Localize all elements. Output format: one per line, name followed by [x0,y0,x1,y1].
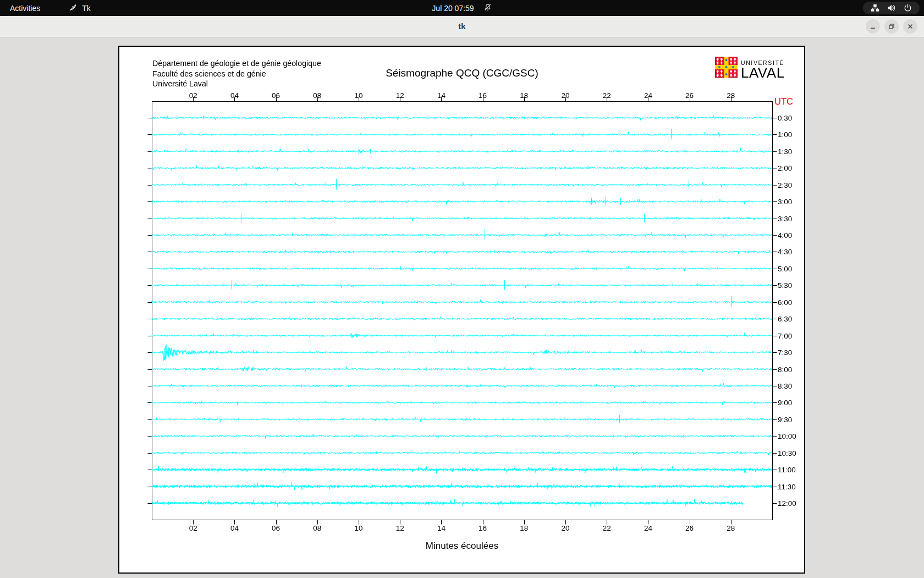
header-line-3: Université Laval [152,79,321,89]
x-tick-top: 28 [727,91,735,100]
x-tick-top: 18 [520,91,528,100]
bell-slash-icon [484,3,492,13]
close-button[interactable] [903,19,917,34]
utc-time-label: 4:00 [778,231,792,239]
utc-time-label: 10:30 [778,449,796,457]
x-tick-bottom: 28 [727,524,735,532]
x-tick-bottom: 16 [479,524,487,532]
chart-title: Séismographe QCQ (CGC/GSC) [152,67,772,79]
x-tick-top: 12 [396,91,404,100]
x-tick-top: 08 [313,91,321,100]
x-tick-top: 10 [354,91,362,100]
x-tick-bottom: 02 [189,524,197,532]
utc-time-label: 0:30 [778,114,792,122]
x-tick-top: 04 [230,91,239,100]
utc-time-label: 5:00 [778,264,792,272]
window-title: tk [0,16,924,37]
utc-time-label: 12:00 [778,499,796,508]
tk-feather-icon [69,3,77,13]
x-tick-bottom: 24 [644,524,652,532]
x-tick-bottom: 08 [313,524,321,532]
x-tick-bottom: 14 [437,524,446,532]
activities-button[interactable]: Activities [0,0,47,16]
logo-laval-text: LAVAL [741,66,785,79]
utc-time-label: 2:30 [778,181,792,189]
utc-time-label: 8:30 [778,381,792,390]
utc-time-label: 9:30 [778,415,792,423]
minimize-button[interactable] [866,19,880,34]
x-tick-bottom: 10 [354,524,362,532]
volume-icon [887,4,896,12]
utc-time-label: 4:30 [778,248,792,256]
app-menu-tk[interactable]: Tk [62,0,97,16]
utc-time-label: 7:00 [778,331,792,340]
x-tick-top: 26 [685,91,694,100]
utc-time-label: 7:30 [778,348,792,357]
window-titlebar: tk [0,16,924,37]
utc-time-label: 6:00 [778,298,792,306]
x-tick-top: 14 [437,91,446,100]
x-tick-bottom: 22 [603,524,611,532]
x-tick-top: 06 [272,91,280,100]
utc-time-label: 5:30 [778,281,792,290]
x-tick-top: 24 [644,91,652,100]
laval-shield-icon [715,57,738,80]
utc-time-label: 2:00 [778,164,792,172]
utc-label: UTC [774,96,793,107]
activities-label: Activities [10,4,40,13]
gnome-top-bar: Activities Tk Jul 20 07:59 [0,0,924,16]
x-tick-bottom: 06 [272,524,280,532]
seismograph-paper: Département de géologie et de génie géol… [118,46,805,574]
app-menu-label: Tk [82,4,91,13]
utc-time-label: 8:00 [778,365,792,373]
power-icon [904,4,912,12]
x-tick-bottom: 26 [685,524,694,532]
utc-time-label: 1:30 [778,147,792,155]
x-tick-top: 16 [479,91,487,100]
x-tick-top: 02 [189,91,197,100]
utc-time-label: 11:00 [778,466,796,474]
x-axis-title: Minutes écoulées [152,541,772,552]
x-tick-bottom: 04 [230,524,239,532]
utc-time-label: 3:00 [778,198,792,206]
x-tick-bottom: 12 [396,524,404,532]
utc-time-label: 10:00 [778,432,796,440]
clock-button[interactable]: Jul 20 07:59 [432,0,492,16]
system-status-area[interactable] [863,2,920,14]
x-tick-top: 22 [603,91,611,100]
network-icon [871,4,879,12]
seismogram-canvas [119,47,804,572]
utc-time-label: 9:00 [778,399,792,407]
utc-time-label: 6:30 [778,315,792,323]
x-tick-bottom: 20 [561,524,569,532]
x-tick-bottom: 18 [520,524,528,532]
utc-time-label: 11:30 [778,482,796,490]
utc-time-label: 1:00 [778,130,792,139]
x-tick-top: 20 [561,91,569,100]
clock-label: Jul 20 07:59 [432,4,474,13]
desktop: { "topbar": { "activities_label": "Activ… [0,0,924,578]
maximize-button[interactable] [884,19,899,34]
utc-time-label: 3:30 [778,214,792,222]
laval-logo: UNIVERSITÉ LAVAL [715,57,785,80]
